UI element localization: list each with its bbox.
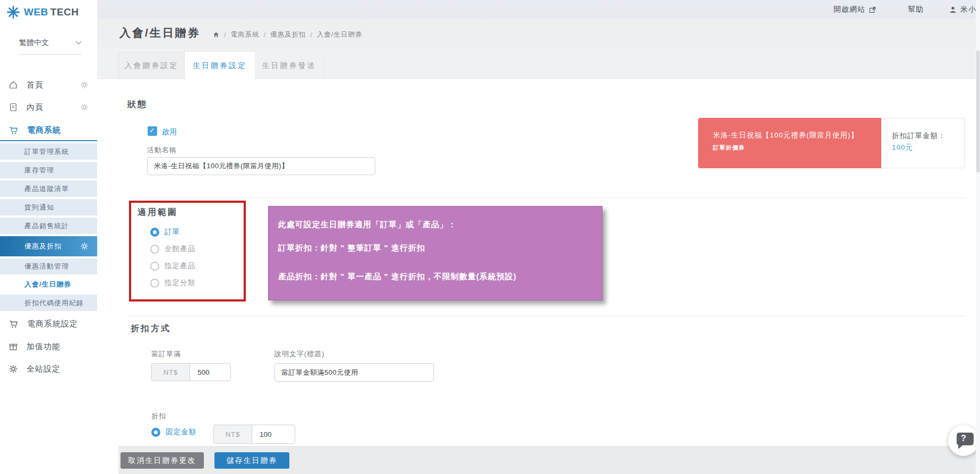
sidebar-item-sales-stats[interactable]: 產品銷售統計	[0, 218, 97, 234]
coupon-title: 米洛-生日祝福【100元禮券(限當月使用)】	[713, 131, 858, 140]
scope-option-all-products[interactable]: 全館產品	[150, 244, 195, 254]
sidebar-item-promotions[interactable]: 優惠及折扣	[0, 236, 97, 256]
sidebar-item-promo-campaigns[interactable]: 優惠活動管理	[0, 258, 97, 274]
discount-amount-group: NT$ 100	[213, 425, 295, 444]
sidebar-item-label: 訂單管理系統	[24, 147, 69, 157]
open-site-label: 開啟網站	[833, 5, 865, 14]
vertical-scrollbar[interactable]	[976, 0, 980, 474]
tab-membership-voucher-settings[interactable]: 入會贈券設定	[118, 52, 185, 79]
scope-option-specific-categories[interactable]: 指定分類	[150, 278, 195, 288]
coupon-preview-amount-panel: 折扣訂單金額：100元	[881, 118, 965, 168]
page-title: 入會/生日贈券	[119, 25, 201, 40]
logo-tech-text: TECH	[50, 6, 79, 18]
scope-option-order[interactable]: 訂單	[150, 227, 180, 237]
breadcrumb-item[interactable]: 優惠及折扣	[270, 30, 306, 39]
campaign-name-input[interactable]: 米洛-生日祝福【100元禮券(限當月使用)】	[147, 157, 375, 175]
sidebar-item-arrival-notice[interactable]: 貨到通知	[0, 199, 97, 216]
logo-web-text: WEB	[24, 6, 48, 18]
tab-label: 生日贈券發送	[262, 61, 316, 71]
open-site-button[interactable]: 開啟網站	[833, 5, 876, 14]
gear-icon[interactable]	[80, 81, 89, 89]
question-mark: ?	[961, 434, 966, 443]
sidebar-item-ecommerce-settings[interactable]: 電商系統設定	[0, 314, 97, 333]
help-button[interactable]: 幫助	[908, 5, 924, 14]
section-divider	[127, 316, 966, 316]
page-header: 入會/生日贈券 / 電商系統 / 優惠及折扣 / 入會/生日贈券	[97, 19, 980, 47]
breadcrumb-home-icon[interactable]	[212, 31, 220, 38]
breadcrumb-item[interactable]: 入會/生日贈券	[317, 30, 362, 39]
sidebar-item-inventory[interactable]: 庫存管理	[0, 162, 97, 178]
description-input[interactable]: 當訂單金額滿500元使用	[274, 363, 434, 382]
scrollbar-thumb[interactable]	[976, 50, 979, 173]
currency-prefix: NT$	[151, 363, 190, 381]
sidebar-item-order-management[interactable]: 訂單管理系統	[0, 143, 97, 160]
sidebar-item-label: 內頁	[27, 102, 44, 113]
save-button-label: 儲存生日贈券	[227, 456, 278, 466]
cancel-button[interactable]: 取消生日贈券更改	[121, 452, 204, 469]
enable-checkbox[interactable]	[148, 126, 157, 136]
tooltip-line: 產品折扣：針對 " 單一產品 " 進行折扣，不限制數量(系統預設)	[278, 272, 517, 282]
sidebar-item-membership-birthday-voucher[interactable]: 入會/生日贈券	[0, 277, 97, 292]
brand-logo[interactable]: WEBTECH	[6, 5, 79, 19]
language-selector[interactable]: 繁體中文	[19, 38, 82, 55]
external-link-icon	[869, 6, 876, 14]
sidebar-item-discount-code-history[interactable]: 折扣代碼使用紀錄	[0, 295, 97, 311]
tooltip-line: 此處可設定生日贈券適用「訂單」或「產品」：	[278, 220, 457, 230]
enable-label[interactable]: 啟用	[162, 127, 177, 137]
discount-amount-input[interactable]: 100	[252, 425, 295, 444]
ecommerce-section-underline	[0, 140, 97, 141]
language-label: 繁體中文	[19, 38, 49, 48]
sidebar-item-label: 首頁	[27, 80, 44, 90]
sidebar-item-label: 電商系統	[27, 125, 61, 135]
coupon-preview-red-panel: 米洛-生日祝福【100元禮券(限當月使用)】 訂單折價券	[698, 118, 881, 168]
sidebar-item-label: 庫存管理	[24, 166, 54, 175]
main-content: 狀態 啟用 活動名稱 米洛-生日祝福【100元禮券(限當月使用)】 米洛-生日祝…	[97, 79, 980, 446]
gear-icon	[8, 364, 18, 374]
sidebar-item-product-tracking[interactable]: 產品追蹤清單	[0, 180, 97, 197]
cart-icon	[8, 319, 19, 329]
topbar: 開啟網站 幫助 米小洛	[97, 0, 980, 19]
scope-option-specific-products[interactable]: 指定產品	[150, 261, 195, 271]
description-label: 說明文字(標題)	[274, 349, 325, 359]
gear-icon[interactable]	[80, 103, 89, 111]
sidebar-item-ecommerce[interactable]: 電商系統	[0, 120, 97, 140]
home-icon	[8, 80, 18, 90]
sidebar-item-pages[interactable]: 內頁	[0, 98, 97, 117]
sidebar-item-label: 產品追蹤清單	[24, 184, 69, 194]
radio-icon[interactable]	[150, 279, 159, 288]
sidebar-item-addons[interactable]: 加值功能	[0, 337, 97, 356]
radio-icon[interactable]	[150, 262, 159, 271]
scope-option-label: 訂單	[165, 227, 180, 237]
tab-birthday-voucher-settings[interactable]: 生日贈券設定	[185, 52, 255, 79]
coupon-type-label: 訂單折價券	[713, 144, 745, 152]
radio-selected-icon[interactable]	[150, 228, 159, 237]
gear-icon[interactable]	[80, 242, 89, 251]
scope-help-tooltip: 此處可設定生日贈券適用「訂單」或「產品」： 訂單折扣：針對 " 整筆訂單 " 進…	[268, 206, 603, 300]
campaign-name-label: 活動名稱	[147, 145, 177, 155]
scope-option-label: 指定產品	[165, 261, 195, 271]
fixed-amount-option[interactable]: 固定金額	[151, 427, 196, 437]
cart-icon	[8, 125, 19, 135]
scope-heading: 適用範圍	[137, 207, 178, 218]
breadcrumb-item[interactable]: 電商系統	[230, 30, 259, 39]
footer-left-gap	[97, 446, 118, 474]
sidebar-item-site-settings[interactable]: 全站設定	[0, 359, 97, 378]
footer-action-bar: 取消生日贈券更改 儲存生日贈券	[118, 446, 980, 474]
tab-birthday-voucher-sending[interactable]: 生日贈券發送	[255, 52, 324, 79]
campaign-name-value: 米洛-生日祝福【100元禮券(限當月使用)】	[154, 161, 289, 171]
help-label: 幫助	[908, 5, 924, 14]
chat-help-button[interactable]: ?	[948, 425, 979, 456]
sidebar-item-label: 加值功能	[27, 342, 61, 352]
sidebar-item-label: 電商系統設定	[27, 319, 78, 329]
sidebar-item-home[interactable]: 首頁	[0, 75, 97, 94]
sidebar-item-label: 優惠活動管理	[24, 262, 69, 271]
breadcrumb: / 電商系統 / 優惠及折扣 / 入會/生日贈券	[212, 30, 362, 39]
radio-icon[interactable]	[150, 245, 159, 254]
min-order-amount-input[interactable]: 500	[190, 363, 231, 381]
save-button[interactable]: 儲存生日贈券	[214, 452, 289, 469]
cancel-button-label: 取消生日贈券更改	[128, 456, 196, 466]
gift-icon	[8, 342, 18, 351]
radio-selected-icon[interactable]	[151, 428, 160, 437]
sidebar-item-label: 入會/生日贈券	[24, 280, 72, 289]
coupon-discount-value: 100元	[892, 143, 913, 151]
